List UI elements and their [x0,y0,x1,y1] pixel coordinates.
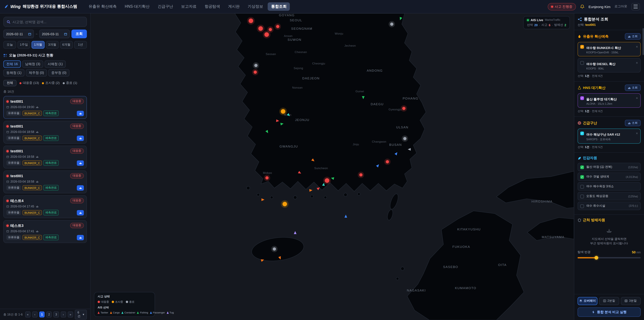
bell-icon[interactable] [580,4,584,9]
last-page-button[interactable]: » [68,311,73,317]
ship-marker[interactable] [276,119,279,122]
view-2split-button[interactable]: 2분할 [599,297,619,305]
analysis-item-diesel[interactable]: 여수항 DIESEL 확산 KOOPS · 80kL × [578,58,641,73]
ship-marker[interactable] [408,148,410,151]
nav-item[interactable]: 기상정보 [244,2,266,11]
ship-marker[interactable] [266,130,269,134]
incident-card[interactable]: test001대응중2026-03-04 18:58유류유출BUNKER_C예측… [3,170,87,193]
nav-item[interactable]: 항공탐색 [201,2,224,11]
date-to-field[interactable]: 2026-03-11 [39,30,70,38]
ship-marker[interactable] [280,122,284,125]
ship-marker[interactable] [261,258,264,262]
range-chip[interactable]: 6개월 [60,41,72,49]
locate-on-map-button[interactable] [77,160,84,166]
checkbox-checked[interactable] [580,96,584,100]
range-chip[interactable]: 오늘 [3,41,16,49]
close-icon[interactable]: × [636,61,638,65]
ship-marker[interactable] [362,96,364,99]
ship-marker[interactable] [312,159,316,163]
checkbox-unchecked[interactable] [580,195,584,198]
nav-item[interactable]: 게시판 [225,2,243,11]
incident-marker[interactable] [402,107,406,110]
incident-card[interactable]: 테스트4대응중2026-03-04 17:45유류유출BUNKER_C예측완료 [3,195,87,218]
next-page-button[interactable]: › [60,311,66,317]
range-chip[interactable]: 1주일 [18,41,30,49]
incident-marker[interactable] [403,137,406,140]
analysis-item-toluene[interactable]: 울산 톨루엔 대기확산 ALOHA · 15L/s 1.2km × [578,93,641,108]
incident-marker[interactable] [248,18,254,23]
hamburger-menu-icon[interactable] [631,3,640,10]
resource-row[interactable]: 돌산 어장 (김·전복) (131ha) [578,163,641,171]
resource-row[interactable]: 여수 해수욕장 3개소 [578,182,641,191]
ship-marker[interactable] [330,176,334,180]
locate-on-map-button[interactable] [77,210,84,215]
incident-inprogress-badge[interactable]: 사고 진행중 [548,3,576,10]
spill-query-button[interactable]: 조회 [625,33,641,40]
incident-marker[interactable] [258,26,263,31]
hns-query-button[interactable]: 조회 [625,85,641,91]
checkbox-checked[interactable] [580,132,584,135]
checkbox-checked[interactable] [580,165,584,169]
page-button-3[interactable]: 3 [54,311,59,317]
range-chip[interactable]: 1개월 [32,41,44,49]
close-icon[interactable]: × [636,132,638,135]
ship-marker[interactable] [294,231,296,234]
resource-row[interactable]: 여수 갯벌 생태계 (4,013ha) [578,172,641,181]
ship-marker[interactable] [298,171,302,175]
prev-page-button[interactable]: ‹ [32,311,38,317]
ship-marker[interactable] [376,163,380,167]
incident-marker[interactable] [265,176,269,180]
region-chip[interactable]: 제주청 (0) [26,69,47,77]
run-analysis-button[interactable]: 통합 분석 비교 실행 [578,307,641,317]
incident-card[interactable]: test001대응중2026-03-04 19:00유류유출BUNKER_C예측… [3,96,87,119]
close-icon[interactable]: × [636,45,638,49]
region-chip[interactable]: 전체 16 [3,60,21,68]
incident-card[interactable]: test001대응중2026-03-04 18:58유류유출BUNKER_C예측… [3,146,87,168]
resource-row[interactable]: 여수 취수시설 (3개소) [578,202,641,210]
range-chip[interactable]: 1년 [74,41,87,49]
incident-marker[interactable] [254,64,258,68]
nav-item[interactable]: 유출유 확산예측 [85,2,120,11]
nav-item[interactable]: 통합조회 [268,2,290,11]
view-overlay-button[interactable]: 오버레이 [578,297,598,305]
locate-on-map-button[interactable] [77,111,84,116]
ship-marker[interactable] [322,182,325,186]
status-filter[interactable]: 종료 (1) [63,81,77,85]
analysis-item-bunker-c[interactable]: 여수항 BUNKER-C 확산 KOOPS+OpenDrift · 150kL … [578,42,641,56]
incident-card[interactable]: 테스트3대응중2026-03-04 17:41유류유출BUNKER_C예측완료 [3,220,87,243]
analysis-item-sar12[interactable]: 여수 해상구난 SAR #12 SAROPS · 표류예측 × [578,129,641,144]
incident-marker[interactable] [264,32,269,37]
locate-on-map-button[interactable] [77,185,84,190]
region-chip[interactable]: 서해청 (1) [44,60,66,68]
incident-marker[interactable] [268,28,272,31]
radius-slider-thumb[interactable] [595,256,598,259]
ship-marker[interactable] [399,17,402,21]
incident-marker[interactable] [280,109,286,114]
incident-card[interactable]: test001대응중2026-03-04 18:58유류유출BUNKER_C예측… [3,121,87,144]
page-button-1[interactable]: 1 [39,311,44,317]
radius-slider[interactable] [578,257,641,258]
nav-item[interactable]: 긴급구난 [154,2,176,11]
locate-on-map-button[interactable] [77,135,84,141]
resource-row[interactable]: 오동도 해상공원 (125ha) [578,192,641,200]
incident-marker[interactable] [282,201,288,207]
incident-marker[interactable] [276,25,280,29]
region-chip[interactable]: 중부청 (0) [48,69,70,77]
date-search-button[interactable]: 조회 [72,30,87,38]
date-from-field[interactable]: 2026-02-11 [3,30,34,38]
ship-marker[interactable] [344,215,347,218]
range-chip[interactable]: 3개월 [46,41,58,49]
nav-item[interactable]: 보고자료 [178,2,200,11]
sar-query-button[interactable]: 조회 [625,120,641,126]
logout-link[interactable]: 로그아웃 [614,4,627,9]
first-page-button[interactable]: « [25,311,30,317]
status-filter[interactable]: 전체 [3,80,16,86]
panel-scrollbar[interactable] [643,28,644,55]
incident-marker[interactable] [359,173,362,177]
checkbox-checked[interactable] [580,175,584,179]
search-input[interactable] [12,20,84,24]
incident-marker[interactable] [386,160,389,164]
ship-marker[interactable] [262,198,265,201]
checkbox-unchecked[interactable] [580,61,584,65]
checkbox-checked[interactable] [580,45,584,49]
